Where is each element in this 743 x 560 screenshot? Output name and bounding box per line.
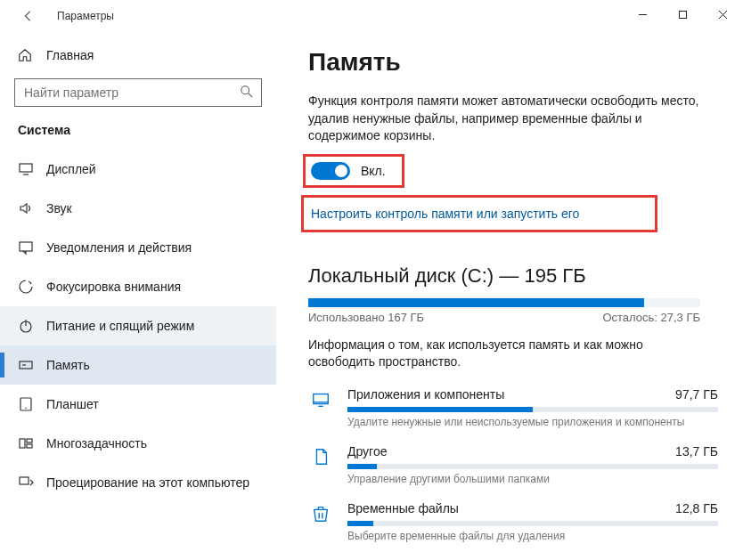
storage-icon [18,357,34,373]
category-name: Другое [347,444,387,459]
storage-sense-toggle[interactable] [311,162,350,180]
category-bar [347,407,718,412]
category-name: Приложения и компоненты [347,387,504,402]
sidebar-item-label: Память [46,358,90,372]
sidebar-item-multitask[interactable]: Многозадачность [0,424,276,463]
category-hint: Управление другими большими папками [347,473,718,485]
sidebar-item-focus[interactable]: Фокусировка внимания [0,267,276,306]
category-bar [347,521,718,526]
storage-category[interactable]: Другое 13,7 ГБ Управление другими больши… [308,444,718,485]
project-icon [18,475,34,491]
home-icon [18,48,34,62]
category-size: 13,7 ГБ [675,444,718,459]
home-label: Главная [46,48,94,62]
back-button[interactable] [18,5,39,27]
svg-rect-15 [27,444,32,448]
search-icon [240,85,254,102]
category-name: Временные файлы [347,501,459,515]
svg-point-2 [241,86,249,94]
sidebar-item-display[interactable]: Дисплей [0,150,276,189]
sidebar-item-tablet[interactable]: Планшет [0,385,276,424]
category-icon [308,387,333,412]
svg-rect-6 [20,242,32,251]
minimize-button[interactable] [623,0,663,28]
sound-icon [18,200,34,216]
section-title: Система [0,123,276,137]
storage-category[interactable]: Временные файлы 12,8 ГБ Выберите временн… [308,501,718,542]
storage-category[interactable]: Приложения и компоненты 97,7 ГБ Удалите … [308,387,718,428]
svg-line-3 [249,93,252,97]
category-icon [308,501,333,526]
page-title: Память [308,48,718,77]
svg-rect-1 [680,11,687,18]
category-size: 12,8 ГБ [675,501,718,515]
disk-used-label: Использовано 167 ГБ [308,311,424,324]
disk-usage-bar [308,298,700,307]
close-button[interactable] [703,0,743,28]
sidebar-item-label: Проецирование на этот компьютер [46,475,249,490]
sidebar-item-label: Планшет [46,397,99,411]
sidebar-item-label: Дисплей [46,162,96,176]
maximize-button[interactable] [663,0,703,28]
sidebar: Главная Система Дисплей Звук Уведомления… [0,32,276,560]
sidebar-item-sound[interactable]: Звук [0,189,276,228]
notifications-icon [18,239,34,256]
home-nav[interactable]: Главная [0,45,276,66]
focus-icon [18,279,34,295]
window-title: Параметры [57,10,114,22]
category-size: 97,7 ГБ [675,387,718,402]
sidebar-item-storage[interactable]: Память [0,345,276,385]
disk-free-label: Осталось: 27,3 ГБ [602,311,700,324]
svg-rect-16 [20,477,29,484]
configure-storage-sense-link[interactable]: Настроить контроль памяти или запустить … [311,207,648,221]
svg-rect-14 [27,439,32,442]
multitask-icon [18,435,34,451]
search-input[interactable] [24,79,252,106]
sidebar-item-notifications[interactable]: Уведомления и действия [0,228,276,267]
category-icon [308,444,333,469]
sidebar-item-label: Звук [46,201,72,215]
sidebar-item-label: Многозадачность [46,436,147,450]
sidebar-item-project[interactable]: Проецирование на этот компьютер [0,463,276,502]
category-bar [347,464,718,469]
highlight-toggle: Вкл. [303,154,404,188]
sidebar-item-label: Уведомления и действия [46,240,192,255]
search-box[interactable] [14,78,262,107]
svg-point-12 [25,408,27,410]
tablet-icon [18,396,34,412]
svg-rect-13 [20,439,25,448]
disk-info-text: Информация о том, как используется памят… [308,337,691,371]
local-disk-title: Локальный диск (C:) — 195 ГБ [308,264,718,288]
sidebar-item-power[interactable]: Питание и спящий режим [0,306,276,345]
content-area: Память Функция контроля памяти может авт… [276,32,743,560]
category-hint: Удалите ненужные или неиспользуемые прил… [347,416,718,428]
svg-rect-4 [20,164,32,172]
category-hint: Выберите временные файлы для удаления [347,530,718,542]
storage-sense-description: Функция контроля памяти может автоматиче… [308,93,709,145]
sidebar-item-label: Питание и спящий режим [46,319,194,333]
sidebar-item-label: Фокусировка внимания [46,280,181,294]
power-icon [18,318,34,334]
toggle-label: Вкл. [361,164,386,178]
display-icon [18,161,34,177]
highlight-link: Настроить контроль памяти или запустить … [301,195,657,232]
